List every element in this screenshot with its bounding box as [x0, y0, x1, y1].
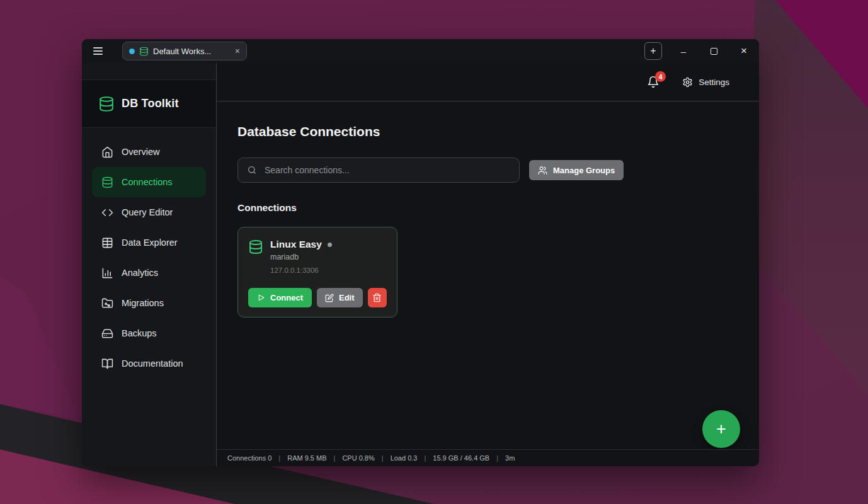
status-item: CPU 0.8% — [342, 454, 374, 462]
sidebar-item-backups[interactable]: Backups — [92, 318, 206, 348]
app-window: Default Works... × + – × DB Toolkit — [82, 39, 759, 466]
sidebar: DB Toolkit Overview Connections Query Ed… — [82, 63, 217, 466]
titlebar: Default Works... × + – × — [82, 39, 759, 63]
connection-info: Linux Easy mariadb 127.0.0.1:3306 — [270, 239, 332, 274]
content-area: Database Connections Manage Groups Conne… — [217, 101, 759, 449]
maximize-button[interactable] — [705, 42, 722, 60]
database-icon — [101, 176, 113, 188]
connection-name: Linux Easy — [270, 239, 322, 250]
plus-icon: + — [716, 420, 726, 439]
edit-label: Edit — [339, 293, 355, 302]
minimize-button[interactable]: – — [675, 42, 692, 60]
status-separator: | — [278, 454, 280, 462]
database-icon — [139, 47, 149, 56]
sidebar-item-label: Backups — [122, 328, 157, 338]
status-item: 15.9 GB / 46.4 GB — [433, 454, 489, 462]
database-icon — [248, 239, 263, 255]
toolbar: Manage Groups — [237, 158, 734, 183]
sidebar-item-label: Connections — [122, 177, 173, 187]
sidebar-item-label: Overview — [122, 147, 159, 157]
close-button[interactable]: × — [735, 42, 753, 60]
status-item: Load 0.3 — [391, 454, 418, 462]
sidebar-item-label: Data Explorer — [122, 238, 178, 248]
tab-close-icon[interactable]: × — [235, 47, 240, 55]
sidebar-item-query-editor[interactable]: Query Editor — [92, 197, 206, 227]
page-title: Database Connections — [237, 124, 734, 139]
app-logo: DB Toolkit — [82, 80, 216, 128]
delete-button[interactable] — [368, 288, 387, 307]
notifications-button[interactable]: 4 — [647, 76, 660, 88]
connect-button[interactable]: Connect — [248, 288, 312, 307]
connection-address: 127.0.0.1:3306 — [270, 266, 332, 274]
tab-title: Default Works... — [153, 47, 211, 56]
connection-card: Linux Easy mariadb 127.0.0.1:3306 Connec… — [237, 227, 397, 318]
add-connection-button[interactable]: + — [702, 410, 740, 448]
search-icon — [247, 165, 257, 175]
new-tab-button[interactable]: + — [644, 42, 662, 60]
book-open-icon — [101, 358, 113, 370]
sidebar-item-connections[interactable]: Connections — [92, 167, 206, 197]
connection-status-dot — [328, 243, 332, 247]
database-logo-icon — [98, 96, 115, 112]
sidebar-spacer — [82, 63, 216, 80]
sidebar-item-analytics[interactable]: Analytics — [92, 258, 206, 288]
connection-actions: Connect Edit — [248, 288, 387, 307]
tab-status-dot — [129, 49, 135, 54]
play-icon — [257, 294, 265, 302]
workspace-tab[interactable]: Default Works... × — [122, 42, 247, 60]
code-icon — [101, 207, 113, 219]
status-separator: | — [424, 454, 426, 462]
sidebar-nav: Overview Connections Query Editor Data E… — [82, 128, 216, 387]
desktop-background: Default Works... × + – × DB Toolkit — [0, 0, 868, 504]
search-input[interactable] — [263, 164, 510, 176]
statusbar: Connections 0|RAM 9.5 MB|CPU 0.8%|Load 0… — [217, 449, 759, 466]
connect-label: Connect — [270, 293, 303, 302]
manage-groups-button[interactable]: Manage Groups — [529, 160, 624, 180]
status-separator: | — [496, 454, 498, 462]
sidebar-item-label: Query Editor — [122, 207, 173, 217]
home-icon — [101, 146, 113, 158]
edit-icon — [325, 294, 334, 302]
status-separator: | — [382, 454, 384, 462]
sidebar-item-label: Analytics — [122, 268, 158, 278]
sidebar-item-documentation[interactable]: Documentation — [92, 348, 206, 379]
sidebar-item-migrations[interactable]: Migrations — [92, 288, 206, 318]
maximize-icon — [711, 48, 717, 55]
table-icon — [101, 237, 113, 249]
sidebar-item-label: Migrations — [122, 298, 164, 308]
status-item: RAM 9.5 MB — [287, 454, 326, 462]
app-name: DB Toolkit — [122, 97, 179, 110]
status-item: 3m — [505, 454, 515, 462]
sidebar-item-label: Documentation — [122, 358, 183, 369]
main-header: 4 Settings — [217, 63, 759, 101]
section-title: Connections — [237, 202, 734, 214]
settings-button[interactable]: Settings — [678, 76, 733, 88]
status-item: Connections 0 — [227, 454, 271, 462]
sidebar-item-overview[interactable]: Overview — [92, 137, 206, 167]
gear-icon — [682, 77, 693, 88]
sidebar-item-data-explorer[interactable]: Data Explorer — [92, 227, 206, 258]
edit-button[interactable]: Edit — [317, 288, 363, 307]
manage-groups-label: Manage Groups — [553, 166, 615, 175]
window-controls: + – × — [644, 42, 753, 60]
hamburger-menu-icon[interactable] — [93, 45, 105, 57]
hard-drive-icon — [101, 328, 113, 340]
connection-card-header: Linux Easy mariadb 127.0.0.1:3306 — [248, 239, 387, 274]
settings-label: Settings — [699, 77, 729, 87]
users-icon — [538, 166, 547, 175]
main-panel: 4 Settings Database Connections — [217, 63, 759, 466]
folder-git-icon — [101, 297, 113, 309]
status-separator: | — [334, 454, 336, 462]
notification-badge: 4 — [655, 71, 666, 82]
trash-icon — [372, 293, 382, 302]
bar-chart-icon — [101, 267, 113, 279]
search-box — [237, 158, 520, 183]
connection-engine: mariadb — [270, 253, 332, 261]
window-body: DB Toolkit Overview Connections Query Ed… — [82, 63, 759, 466]
